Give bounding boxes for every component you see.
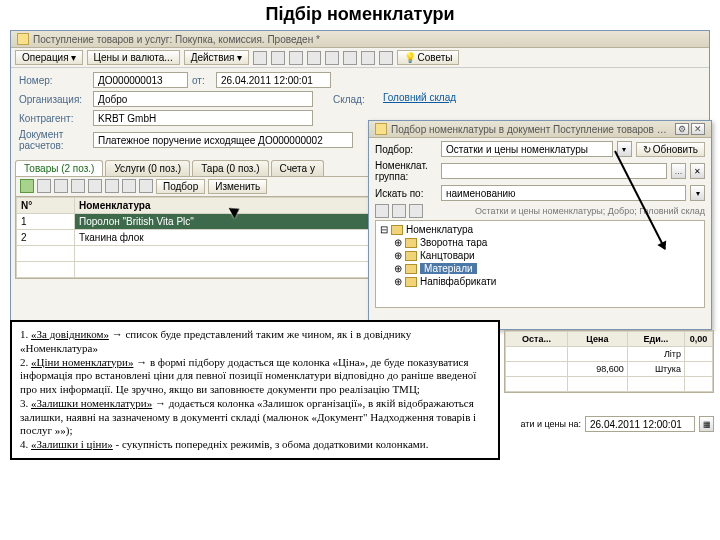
tree-item[interactable]: ⊕ Напівфабрикати — [378, 275, 702, 288]
refresh-button[interactable]: ↻ Обновить — [636, 142, 705, 157]
folder-icon — [405, 277, 417, 287]
toolbar-icon[interactable] — [307, 51, 321, 65]
toolbar-icon[interactable] — [325, 51, 339, 65]
number-input[interactable] — [93, 72, 188, 88]
folder-icon — [405, 251, 417, 261]
settings-icon[interactable]: ⚙ — [675, 123, 689, 135]
add-row-icon[interactable] — [20, 179, 34, 193]
grid-icon[interactable] — [37, 179, 51, 193]
footer-label: ати и цены на: — [521, 419, 581, 429]
toolbar-icon[interactable] — [289, 51, 303, 65]
doc-input[interactable] — [93, 132, 353, 148]
col-unit[interactable]: Еди... — [627, 332, 684, 347]
actions-button[interactable]: Действия ▾ — [184, 50, 249, 65]
app-icon — [17, 33, 29, 45]
slide-title: Підбір номенклатури — [0, 0, 720, 27]
doc-label: Документ расчетов: — [19, 129, 89, 151]
footer-date: ати и цены на: ▦ — [521, 416, 714, 432]
table-row[interactable]: Літр — [506, 347, 713, 362]
number-label: Номер: — [19, 75, 89, 86]
mode-select[interactable] — [441, 141, 613, 157]
org-input[interactable] — [93, 91, 313, 107]
popup-icon — [375, 123, 387, 135]
org-label: Организация: — [19, 94, 89, 105]
result-grid[interactable]: Оста... Цена Еди... 0,00 Літр 98,600 Шту… — [504, 330, 714, 393]
footer-date-input[interactable] — [585, 416, 695, 432]
col-price[interactable]: Цена — [568, 332, 628, 347]
mode-label: Подбор: — [375, 144, 437, 155]
main-titlebar: Поступление товаров и услуг: Покупка, ко… — [11, 31, 709, 48]
col-n[interactable]: N° — [17, 198, 75, 214]
edit-button[interactable]: Изменить — [208, 179, 267, 194]
tab-accounts[interactable]: Счета у — [271, 160, 324, 176]
toolbar-icon[interactable] — [361, 51, 375, 65]
folder-icon — [405, 238, 417, 248]
date-input[interactable] — [216, 72, 331, 88]
popup-window: Подбор номенклатуры в документ Поступлен… — [368, 120, 712, 330]
toolbar-icon[interactable] — [253, 51, 267, 65]
tree-icon[interactable] — [409, 204, 423, 218]
folder-icon — [391, 225, 403, 235]
lookup-icon[interactable]: … — [671, 163, 686, 179]
col-stock[interactable]: Оста... — [506, 332, 568, 347]
popup-status: Остатки и цены номенклатуры; Добро; Голо… — [426, 206, 705, 216]
window-title: Поступление товаров и услуг: Покупка, ко… — [33, 34, 320, 45]
group-input[interactable] — [441, 163, 667, 179]
chevron-down-icon[interactable]: ▾ — [690, 185, 705, 201]
folder-icon — [405, 264, 417, 274]
clear-icon[interactable]: ✕ — [690, 163, 705, 179]
counterparty-label: Контрагент: — [19, 113, 89, 124]
grid-icon[interactable] — [88, 179, 102, 193]
prices-button[interactable]: Цены и валюта... — [87, 50, 180, 65]
close-icon[interactable]: ✕ — [691, 123, 705, 135]
tab-tare[interactable]: Тара (0 поз.) — [192, 160, 268, 176]
toolbar-icon[interactable] — [379, 51, 393, 65]
notes-box: 1. «За довідником» → список буде предста… — [10, 320, 500, 460]
tab-goods[interactable]: Товары (2 поз.) — [15, 160, 103, 176]
tree-item[interactable]: ⊕ Зворотна тара — [378, 236, 702, 249]
advice-button[interactable]: 💡 Советы — [397, 50, 460, 65]
toolbar-icon[interactable] — [343, 51, 357, 65]
grid-icon[interactable] — [122, 179, 136, 193]
warehouse-label: Склад: — [333, 94, 375, 105]
search-label: Искать по: — [375, 188, 437, 199]
grid-icon[interactable] — [105, 179, 119, 193]
toolbar-icon[interactable] — [271, 51, 285, 65]
pick-button[interactable]: Подбор — [156, 179, 205, 194]
tree-icon[interactable] — [392, 204, 406, 218]
grid-icon[interactable] — [139, 179, 153, 193]
table-row[interactable]: 98,600 Штука — [506, 362, 713, 377]
popup-title: Подбор номенклатуры в документ Поступлен… — [391, 124, 671, 135]
tree-icon[interactable] — [375, 204, 389, 218]
operation-button[interactable]: Операция ▾ — [15, 50, 83, 65]
calendar-icon[interactable]: ▦ — [699, 416, 714, 432]
tab-services[interactable]: Услуги (0 поз.) — [105, 160, 190, 176]
col-zero: 0,00 — [685, 332, 713, 347]
grid-icon[interactable] — [54, 179, 68, 193]
chevron-down-icon[interactable]: ▾ — [617, 141, 632, 157]
tree-item[interactable]: ⊕ Канцтовари — [378, 249, 702, 262]
group-label: Номенклат. группа: — [375, 160, 437, 182]
search-select[interactable] — [441, 185, 686, 201]
grid-icon[interactable] — [71, 179, 85, 193]
date-label: от: — [192, 75, 212, 86]
main-toolbar: Операция ▾ Цены и валюта... Действия ▾ 💡… — [11, 48, 709, 68]
warehouse-link[interactable]: Головний склад — [379, 91, 460, 107]
tree-item-selected[interactable]: ⊕ Матеріали — [378, 262, 702, 275]
popup-titlebar: Подбор номенклатуры в документ Поступлен… — [369, 121, 711, 138]
counterparty-input[interactable] — [93, 110, 313, 126]
